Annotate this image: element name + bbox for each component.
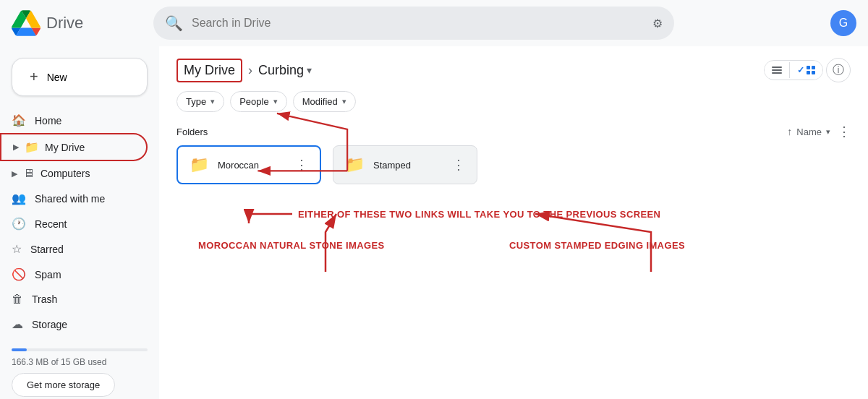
sidebar-item-mydrive[interactable]: ▶ 📁 My Drive [0,133,148,161]
topbar: Drive 🔍 ⚙ G [0,0,868,46]
folders-section: Folders ↑ Name ▾ ⋮ 📁 Moroccan [176,121,851,196]
search-icon: 🔍 [165,14,183,32]
moroccan-folder-more-icon[interactable]: ⋮ [295,157,308,173]
folder-card-left: 📁 Moroccan [190,155,259,174]
content: My Drive › Curbing ▾ [159,46,868,399]
nav-arrow-left-icon [242,203,292,225]
breadcrumb-separator: › [248,63,252,78]
sidebar-item-label: Home [35,115,61,126]
people-filter-label: People [239,96,268,107]
main-layout: + New 🏠 Home ▶ 📁 My Drive ▶ 🖥 Computers … [0,46,868,399]
moroccan-folder-card[interactable]: 📁 Moroccan ⋮ [176,145,321,184]
recent-icon: 🕐 [12,217,26,231]
storage-icon: ☁ [12,317,23,331]
storage-bar-fill [12,348,27,351]
trash-label: Trash [32,293,57,305]
moroccan-folder-name: Moroccan [218,160,259,171]
moroccan-folder-icon: 📁 [190,155,209,174]
grid-view-button[interactable]: ✓ [790,61,822,80]
drive-logo-icon [12,10,41,36]
breadcrumb-row: My Drive › Curbing ▾ [176,46,851,88]
modified-filter-label: Modified [302,96,338,107]
mydrive-icon: 📁 [25,140,39,154]
stamped-folder-more-icon[interactable]: ⋮ [452,157,465,173]
people-filter-arrow: ▾ [273,97,278,106]
sidebar: + New 🏠 Home ▶ 📁 My Drive ▶ 🖥 Computers … [0,46,159,399]
stamped-folder-card[interactable]: 📁 Stamped ⋮ [333,145,477,184]
people-filter-chip[interactable]: People ▾ [230,91,286,112]
computers-icon: 🖥 [23,167,35,180]
info-button[interactable]: ⓘ [826,58,851,82]
mydrive-label: My Drive [45,142,85,153]
sidebar-item-home[interactable]: 🏠 Home [0,108,148,133]
type-filter-chip[interactable]: Type ▾ [176,91,224,112]
moroccan-annotation-text: MOROCCAN NATURAL STONE IMAGES [198,240,385,251]
search-filter-icon[interactable]: ⚙ [652,17,663,30]
storage-bar-bg [12,348,148,351]
get-more-storage-button[interactable]: Get more storage [12,373,115,397]
type-filter-arrow: ▾ [210,97,215,106]
sort-up-icon: ↑ [787,126,792,137]
logo: Drive [12,10,142,36]
recent-label: Recent [35,218,67,230]
sort-name-label: Name [796,126,822,137]
sidebar-item-storage[interactable]: ☁ Storage [0,312,148,337]
sidebar-item-spam[interactable]: 🚫 Spam [0,262,148,287]
content-wrapper: My Drive › Curbing ▾ [159,46,868,399]
plus-icon: + [30,69,38,85]
nav-annotation: EITHER OF THESE TWO LINKS WILL TAKE YOU … [242,203,660,225]
list-icon [772,66,782,74]
my-drive-breadcrumb-label: My Drive [184,63,235,77]
modified-filter-chip[interactable]: Modified ▾ [293,91,356,112]
annotation-area: EITHER OF THESE TWO LINKS WILL TAKE YOU … [176,203,851,290]
moroccan-annotation: MOROCCAN NATURAL STONE IMAGES [198,239,385,251]
storage-used-text: 166.3 MB of 15 GB used [12,357,148,367]
stamped-folder-name: Stamped [373,160,411,171]
folder-grid: 📁 Moroccan ⋮ 📁 Stamped ⋮ [176,145,851,196]
type-filter-label: Type [186,96,206,107]
sort-controls[interactable]: ↑ Name ▾ ⋮ [787,124,851,140]
my-drive-breadcrumb-link[interactable]: My Drive [176,59,242,82]
shared-icon: 👥 [12,192,26,205]
search-bar[interactable]: 🔍 ⚙ [153,7,674,40]
sort-arrow-icon: ▾ [826,127,830,137]
chevron-right-icon: ▶ [13,142,19,152]
app-name: Drive [46,14,83,33]
list-view-button[interactable] [765,62,790,78]
avatar[interactable]: G [830,10,856,36]
modified-filter-arrow: ▾ [342,97,346,106]
sidebar-item-recent[interactable]: 🕐 Recent [0,211,148,236]
starred-label: Starred [30,244,64,255]
view-controls: ✓ ⓘ [764,58,851,82]
sidebar-item-starred[interactable]: ☆ Starred [0,236,148,262]
topbar-right: G [830,10,856,36]
sidebar-item-computers[interactable]: ▶ 🖥 Computers [0,161,148,186]
computers-label: Computers [41,168,90,179]
section-header: Folders ↑ Name ▾ ⋮ [176,121,851,145]
storage-label: Storage [32,319,67,330]
breadcrumb: My Drive › Curbing ▾ [176,59,312,82]
current-folder-label: Curbing [258,63,304,78]
sidebar-item-shared[interactable]: 👥 Shared with me [0,186,148,211]
storage-section: 166.3 MB of 15 GB used Get more storage [0,337,159,397]
new-button-label: New [47,72,67,83]
filter-row: Type ▾ People ▾ Modified ▾ [176,88,851,121]
spam-icon: 🚫 [12,267,26,281]
get-more-storage-label: Get more storage [27,379,100,390]
trash-icon: 🗑 [12,293,23,306]
check-icon: ✓ [797,65,804,75]
stamped-annotation: CUSTOM STAMPED EDGING IMAGES [509,239,685,251]
shared-label: Shared with me [35,193,105,205]
sidebar-item-trash[interactable]: 🗑 Trash [0,287,148,312]
breadcrumb-current-folder[interactable]: Curbing ▾ [258,63,312,78]
spam-label: Spam [35,269,61,280]
computers-chevron-icon: ▶ [12,169,17,179]
view-toggle-group: ✓ [764,60,823,80]
folders-title: Folders [176,126,208,137]
stamped-folder-icon: 📁 [345,155,365,174]
more-vert-icon[interactable]: ⋮ [838,124,851,140]
new-button[interactable]: + New [12,58,148,96]
search-input[interactable] [192,17,644,30]
folder-card-left: 📁 Stamped [345,155,411,174]
grid-icon [807,66,815,74]
